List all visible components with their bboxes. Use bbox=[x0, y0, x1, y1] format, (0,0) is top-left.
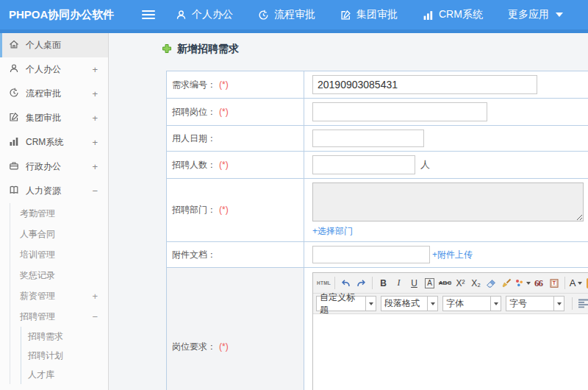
caret-down-icon bbox=[490, 297, 501, 311]
editor-content-area[interactable] bbox=[313, 314, 588, 390]
app-logo-title: PHPOA协同办公软件 bbox=[0, 8, 142, 22]
department-textarea[interactable] bbox=[312, 182, 584, 221]
collapse-minus-icon[interactable]: − bbox=[92, 311, 98, 322]
required-mark: (*) bbox=[219, 107, 229, 117]
position-input[interactable] bbox=[312, 102, 487, 121]
sidebar-item-talent-pool[interactable]: 人才库 bbox=[21, 365, 108, 384]
sidebar-item-admin-office[interactable]: 行政办公 + bbox=[0, 155, 108, 179]
form-row-job-requirements: 岗位要求：(*) HTML bbox=[167, 268, 588, 390]
caret-down-icon bbox=[365, 297, 376, 311]
font-style-button[interactable]: A bbox=[422, 275, 437, 291]
font-size-select[interactable]: 字号 bbox=[506, 296, 564, 311]
headcount-input[interactable] bbox=[312, 155, 415, 174]
attachment-input[interactable] bbox=[312, 246, 430, 263]
sidebar-item-label: 行政办公 bbox=[26, 160, 92, 173]
sidebar-item-group-approval[interactable]: 集团审批 + bbox=[0, 106, 108, 130]
sidebar-item-recruit-plan[interactable]: 招聘计划 bbox=[21, 346, 108, 365]
rich-text-editor: HTML B I U A bbox=[312, 272, 588, 390]
form-row-headcount: 招聘人数：(*) 人 bbox=[167, 152, 588, 179]
expand-plus-icon[interactable]: + bbox=[92, 113, 98, 124]
sidebar-item-workflow-approval[interactable]: 流程审批 + bbox=[0, 82, 108, 106]
hire-date-input[interactable] bbox=[312, 130, 424, 147]
top-navbar: PHPOA协同办公软件 个人办公 流程审批 集团审批 CRM系统 bbox=[0, 0, 588, 29]
underline-button[interactable]: U bbox=[406, 275, 422, 291]
expand-plus-icon[interactable]: + bbox=[92, 64, 98, 75]
italic-button[interactable]: I bbox=[391, 275, 406, 291]
form-row-hire-date: 用人日期： bbox=[167, 126, 588, 152]
sidebar-item-recruit-mgmt[interactable]: 招聘管理 − bbox=[10, 306, 108, 327]
color-spray-icon[interactable] bbox=[514, 275, 531, 291]
sidebar-item-label: 流程审批 bbox=[26, 88, 92, 100]
collapse-minus-icon[interactable]: − bbox=[92, 185, 98, 196]
top-nav: 个人办公 流程审批 集团审批 CRM系统 更多应用 bbox=[176, 8, 563, 21]
recruit-demand-form: 需求编号：(*) 招聘岗位：(*) 用人日期： bbox=[166, 71, 588, 390]
user-icon bbox=[176, 10, 187, 21]
subscript-button[interactable]: X₂ bbox=[468, 275, 484, 291]
expand-plus-icon[interactable]: + bbox=[92, 291, 98, 302]
nav-personal-office[interactable]: 个人办公 bbox=[176, 8, 233, 21]
sidebar-item-label: 个人办公 bbox=[26, 63, 92, 76]
sidebar-item-human-resources[interactable]: 人力资源 − bbox=[0, 179, 108, 203]
redo-button[interactable] bbox=[354, 275, 369, 291]
workflow-icon bbox=[9, 88, 19, 100]
paragraph-format-select[interactable]: 段落格式 bbox=[381, 296, 438, 311]
strikethrough-button[interactable]: ABC bbox=[437, 275, 453, 291]
caret-down-icon bbox=[578, 282, 582, 285]
sidebar: 个人桌面 个人办公 + 流程审批 + 集团审批 + bbox=[0, 33, 109, 390]
custom-title-select[interactable]: 自定义标题 bbox=[316, 296, 376, 311]
paste-table-icon[interactable]: T bbox=[546, 275, 562, 291]
sidebar-item-training[interactable]: 培训管理 bbox=[10, 244, 108, 265]
field-label: 招聘人数： bbox=[172, 160, 216, 170]
bold-button[interactable]: B bbox=[376, 275, 391, 291]
font-family-select[interactable]: 字体 bbox=[442, 296, 501, 311]
caret-down-icon bbox=[427, 297, 437, 311]
briefcase-icon bbox=[9, 160, 19, 173]
edit-icon bbox=[9, 112, 19, 124]
align-left-icon[interactable] bbox=[576, 296, 588, 312]
plus-icon bbox=[162, 43, 172, 56]
sidebar-item-personal-desktop[interactable]: 个人桌面 bbox=[0, 33, 108, 57]
user-icon bbox=[9, 63, 19, 76]
headcount-unit: 人 bbox=[420, 159, 430, 170]
book-icon bbox=[9, 185, 19, 197]
sidebar-item-personal-office[interactable]: 个人办公 + bbox=[0, 57, 108, 82]
font-color-button[interactable]: A bbox=[568, 275, 584, 291]
form-row-req-no: 需求编号：(*) bbox=[167, 71, 588, 99]
nav-group-approval[interactable]: 集团审批 bbox=[340, 8, 398, 21]
field-label: 招聘部门： bbox=[172, 205, 216, 215]
nav-label: 个人办公 bbox=[192, 8, 233, 21]
main-content: 新增招聘需求 需求编号：(*) 招聘岗位：(*) bbox=[109, 33, 588, 390]
required-mark: (*) bbox=[219, 79, 229, 90]
field-label: 附件文档： bbox=[172, 249, 216, 260]
html-source-button[interactable]: HTML bbox=[316, 275, 331, 291]
form-row-position: 招聘岗位：(*) bbox=[167, 99, 588, 126]
expand-plus-icon[interactable]: + bbox=[92, 137, 98, 148]
sidebar-item-rewards[interactable]: 奖惩记录 bbox=[10, 265, 108, 286]
superscript-button[interactable]: X² bbox=[453, 275, 468, 291]
format-painter-icon[interactable] bbox=[499, 275, 514, 291]
expand-plus-icon[interactable]: + bbox=[92, 161, 98, 172]
sidebar-item-label: 个人桌面 bbox=[26, 39, 98, 52]
menu-toggle-button[interactable] bbox=[142, 10, 155, 19]
expand-plus-icon[interactable]: + bbox=[92, 88, 98, 99]
sidebar-item-salary[interactable]: 薪资管理 + bbox=[10, 286, 108, 306]
sidebar-item-recruit-demand[interactable]: 招聘需求 bbox=[21, 327, 108, 346]
field-label: 岗位要求： bbox=[172, 341, 216, 352]
sidebar-item-hr-contract[interactable]: 人事合同 bbox=[10, 224, 108, 244]
sidebar-item-attendance[interactable]: 考勤管理 bbox=[10, 203, 108, 224]
attachment-upload-link[interactable]: +附件上传 bbox=[432, 249, 473, 260]
req-no-input[interactable] bbox=[312, 75, 537, 94]
select-department-link[interactable]: +选择部门 bbox=[312, 225, 588, 238]
required-mark: (*) bbox=[219, 160, 229, 170]
eraser-icon[interactable] bbox=[484, 275, 499, 291]
blockquote-button[interactable]: 66 bbox=[531, 275, 546, 291]
nav-workflow-approval[interactable]: 流程审批 bbox=[258, 8, 315, 21]
chart-icon bbox=[423, 10, 434, 21]
undo-button[interactable] bbox=[338, 275, 354, 291]
page-title: 新增招聘需求 bbox=[162, 43, 588, 56]
nav-more-apps[interactable]: 更多应用 bbox=[508, 8, 563, 21]
nav-crm-system[interactable]: CRM系统 bbox=[423, 8, 483, 21]
field-label: 需求编号： bbox=[172, 79, 216, 90]
recruit-submenu: 招聘需求 招聘计划 人才库 bbox=[21, 327, 108, 384]
sidebar-item-crm-system[interactable]: CRM系统 + bbox=[0, 130, 108, 155]
